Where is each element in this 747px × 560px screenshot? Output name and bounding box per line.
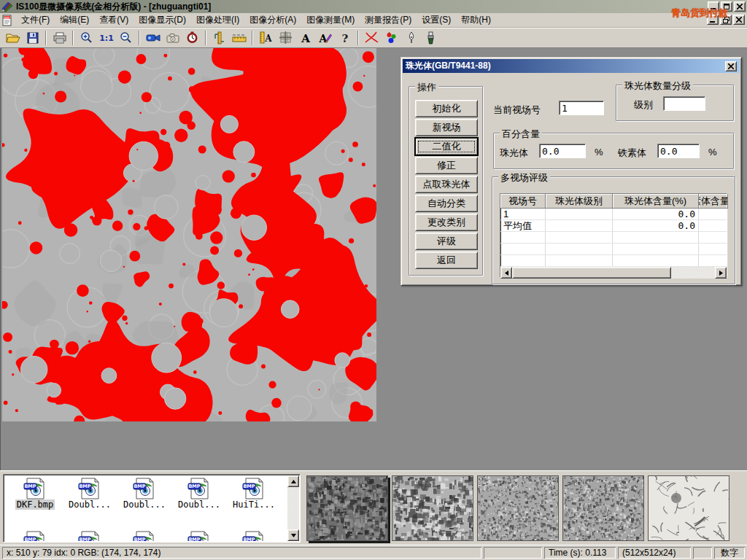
- actual-size-button[interactable]: 1:1: [97, 29, 115, 47]
- maximize-button[interactable]: [721, 1, 732, 12]
- ferrite-percent-input[interactable]: [657, 144, 700, 158]
- zoom-in-button[interactable]: [77, 29, 96, 47]
- image-thumbnail[interactable]: [562, 475, 644, 541]
- file-item[interactable]: BMPDoubl...: [63, 478, 116, 510]
- scroll-up-button[interactable]: [287, 475, 299, 487]
- binarize-button[interactable]: 二值化: [415, 138, 478, 155]
- curve-tool-button[interactable]: [363, 29, 381, 47]
- menu-view[interactable]: 查看(V): [94, 12, 133, 28]
- open-file-button[interactable]: [4, 29, 22, 47]
- minimize-button[interactable]: [708, 1, 719, 12]
- scrollbar-thumb[interactable]: [287, 487, 299, 506]
- brush-tool-button[interactable]: [422, 29, 440, 47]
- return-button[interactable]: 返回: [415, 252, 478, 269]
- cell-pearlite: 0.0: [613, 209, 699, 219]
- svg-text:BMP: BMP: [133, 537, 145, 541]
- scroll-down-button[interactable]: [287, 529, 299, 541]
- svg-text:BMP: BMP: [133, 483, 145, 489]
- operation-group-label: 操作: [415, 81, 438, 94]
- image-thumbnail[interactable]: [477, 475, 559, 541]
- image-thumbnail[interactable]: [648, 475, 729, 541]
- menu-image-process[interactable]: 图像处理(I): [191, 12, 244, 28]
- image-thumbnail[interactable]: [392, 475, 473, 541]
- thumbnail-strip: [306, 475, 729, 541]
- dialog-title: 珠光体(GB/T9441-88): [406, 60, 725, 72]
- mdi-minimize-button[interactable]: [707, 15, 719, 25]
- zoom-out-button[interactable]: [117, 29, 135, 47]
- file-item[interactable]: BMP: [173, 531, 225, 541]
- close-button[interactable]: [734, 1, 746, 12]
- help-button[interactable]: ?: [336, 29, 354, 47]
- video-camera-button[interactable]: [144, 29, 162, 47]
- file-name[interactable]: Doubl...: [67, 499, 112, 510]
- rating-table-header: 视场号 珠光体级别 珠光体含量(%) 铁素体含量(%): [500, 194, 727, 209]
- file-item[interactable]: BMP: [228, 531, 280, 541]
- document-icon[interactable]: DOC: [1, 15, 13, 26]
- change-class-button[interactable]: 更改类别: [415, 214, 478, 231]
- file-item[interactable]: BMPHuiTi...: [228, 478, 280, 510]
- scroll-left-button[interactable]: [500, 267, 512, 279]
- caliper-button[interactable]: [210, 29, 228, 47]
- file-name[interactable]: DKF.bmp: [15, 499, 55, 510]
- pick-pearlite-button[interactable]: 点取珠光体: [415, 176, 478, 193]
- pearlite-percent-input[interactable]: [539, 144, 586, 158]
- file-name[interactable]: Doubl...: [122, 499, 167, 510]
- svg-text:BMP: BMP: [188, 537, 200, 541]
- menu-measure-report[interactable]: 测量报告(P): [360, 12, 417, 28]
- file-item[interactable]: BMPDoubl...: [118, 478, 171, 510]
- grid-tool-button[interactable]: [276, 29, 295, 47]
- file-item[interactable]: BMPDoubl...: [173, 478, 225, 510]
- operation-group: 操作 初始化 新视场 二值化 修正 点取珠光体 自动分类 更改类别 评级 返回: [409, 86, 483, 276]
- dialog-close-button[interactable]: [725, 61, 737, 71]
- metallographic-image[interactable]: [2, 48, 376, 421]
- camera-button[interactable]: [163, 29, 182, 47]
- menu-image-analysis[interactable]: 图像分析(A): [244, 12, 301, 28]
- toolbar-separator: [45, 31, 47, 45]
- annotate-tool-button[interactable]: A: [316, 29, 334, 47]
- current-field-input[interactable]: [559, 101, 604, 115]
- menu-settings[interactable]: 设置(S): [417, 12, 456, 28]
- file-item[interactable]: BMPDKF.bmp: [9, 478, 61, 510]
- col-field-number: 视场号: [500, 194, 546, 209]
- file-item[interactable]: BMP: [63, 531, 116, 541]
- menu-image-measure[interactable]: 图像测量(M): [301, 12, 360, 28]
- save-button[interactable]: [23, 29, 42, 47]
- menu-file[interactable]: 文件(F): [16, 12, 55, 28]
- new-field-button[interactable]: 新视场: [415, 119, 478, 136]
- file-name[interactable]: Doubl...: [177, 499, 222, 510]
- file-item[interactable]: BMP: [118, 531, 171, 541]
- mdi-close-button[interactable]: [733, 15, 745, 25]
- scroll-right-button[interactable]: [715, 267, 727, 279]
- timer-button[interactable]: [183, 29, 201, 47]
- rate-button[interactable]: 评级: [415, 233, 478, 250]
- auto-classify-button[interactable]: 自动分类: [415, 195, 478, 212]
- measure-text-button[interactable]: A: [257, 29, 275, 47]
- print-button[interactable]: [50, 29, 69, 47]
- correct-button[interactable]: 修正: [415, 157, 478, 174]
- file-item[interactable]: BMP: [9, 531, 61, 541]
- cell-ferrite: [699, 220, 728, 231]
- level-input[interactable]: [663, 96, 705, 111]
- menu-edit[interactable]: 编辑(E): [55, 12, 94, 28]
- file-list-vertical-scrollbar[interactable]: [287, 475, 299, 541]
- pen-tool-button[interactable]: [402, 29, 420, 47]
- ruler-button[interactable]: [230, 29, 248, 47]
- table-horizontal-scrollbar[interactable]: [500, 267, 727, 279]
- text-tool-button[interactable]: A: [296, 29, 314, 47]
- scrollbar-track[interactable]: [512, 267, 715, 279]
- menu-image-display[interactable]: 图像显示(D): [133, 12, 191, 28]
- table-row[interactable]: 平均值 0.0: [500, 220, 727, 232]
- menu-help[interactable]: 帮助(H): [456, 12, 496, 28]
- dialog-title-bar[interactable]: 珠光体(GB/T9441-88): [403, 59, 740, 73]
- classify-tool-button[interactable]: [382, 29, 400, 47]
- col-ferrite-content: 铁素体含量(%): [699, 194, 728, 209]
- initialize-button[interactable]: 初始化: [415, 100, 478, 117]
- image-thumbnail[interactable]: [306, 475, 388, 541]
- file-list-inner: BMPDKF.bmpBMPBMPDoubl...BMPBMPDoubl...BM…: [4, 475, 287, 541]
- mdi-restore-button[interactable]: [720, 15, 732, 25]
- table-row[interactable]: 1 0.0: [500, 209, 727, 220]
- grading-group-label: 珠光体数量分级: [622, 79, 693, 93]
- scrollbar-thumb[interactable]: [512, 267, 671, 279]
- bmp-file-icon: BMP: [77, 478, 102, 499]
- file-name[interactable]: HuiTi...: [231, 499, 276, 510]
